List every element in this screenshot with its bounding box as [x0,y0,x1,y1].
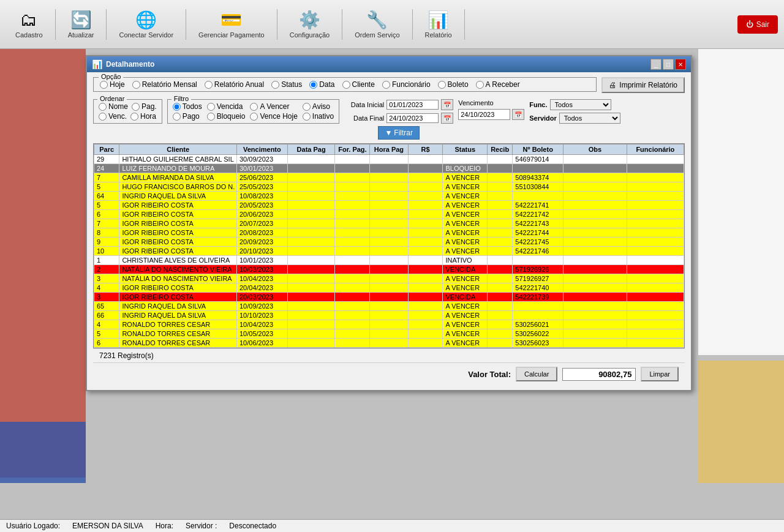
table-cell [564,320,627,329]
data-final-calendar[interactable]: 📅 [441,113,453,124]
opcao-status[interactable]: Status [271,80,302,89]
table-cell: IGOR RIBEIRO COSTA [119,247,237,256]
table-cell: 542221742 [513,210,564,219]
func-select[interactable]: Todos [550,99,611,110]
table-row[interactable]: 7IGOR RIBEIRO COSTA20/07/2023A VENCER542… [94,219,684,228]
toolbar-pagamento[interactable]: 💳 Gerenciar Pagamento [189,7,274,42]
table-cell: 4 [94,283,119,293]
calcular-button[interactable]: Calcular [516,367,557,381]
table-cell: 542221743 [513,219,564,228]
toolbar-ordem[interactable]: 🔧 Ordem Serviço [345,7,409,42]
table-cell [335,238,370,247]
filt-inativo[interactable]: Inativo [303,112,334,121]
ord-pag[interactable]: Pag. [132,102,157,111]
imprimir-button[interactable]: 🖨 Imprimir Relatório [601,77,685,93]
table-cell [335,329,370,339]
table-row[interactable]: 29HITHALO GUILHERME CABRAL SIL30/09/2023… [94,155,684,164]
table-row[interactable]: 65INGRID RAQUEL DA SILVA10/09/2023A VENC… [94,302,684,311]
table-cell [564,302,627,311]
conectar-icon: 🌐 [135,10,157,30]
sair-button[interactable]: ⏻ Sair [737,15,778,34]
table-row[interactable]: 8IGOR RIBEIRO COSTA20/08/2023A VENCER542… [94,228,684,238]
servidor-select[interactable]: Todos [559,113,620,124]
table-row[interactable]: 66INGRID RAQUEL DA SILVA10/10/2023A VENC… [94,311,684,320]
table-row[interactable]: 6RONALDO TORRES CESAR10/06/2023A VENCER5… [94,339,684,348]
filt-vencida[interactable]: Vencida [207,102,246,111]
opcao-hoje[interactable]: Hoje [100,80,125,89]
ord-nome[interactable]: Nome [99,102,128,111]
table-cell: VENCIDA [443,293,487,302]
table-cell [335,265,370,274]
table-cell: 571926926 [513,265,564,274]
data-table-container: Parc Cliente Vencimento Data Pag For. Pa… [93,143,685,348]
servidor-status-label: Servidor : [186,522,217,530]
filt-avencer[interactable]: A Vencer [250,102,297,111]
filt-pago[interactable]: Pago [173,112,202,121]
table-cell [564,256,627,265]
ord-venc[interactable]: Venc. [99,112,127,121]
table-row[interactable]: 6IGOR RIBEIRO COSTA20/06/2023A VENCER542… [94,210,684,219]
table-cell: 5 [94,182,119,192]
minimize-button[interactable]: _ [650,59,662,70]
table-row[interactable]: 2NATÁLIA DO NASCIMENTO VIEIRA10/03/2023V… [94,265,684,274]
opcao-boleto[interactable]: Boleto [438,80,469,89]
chart-icon: 📊 [92,59,102,69]
table-row[interactable]: 4RONALDO TORRES CESAR10/04/2023A VENCER5… [94,320,684,329]
table-row[interactable]: 3IGOR RIBEIRO COSTA20/03/2023VENCIDA5422… [94,293,684,302]
table-row[interactable]: 3NATÁLIA DO NASCIMENTO VIEIRA10/04/2023A… [94,274,684,283]
toolbar-relatorio[interactable]: 📊 Relatório [416,7,461,42]
vencimento-input[interactable] [458,109,510,120]
table-cell [370,201,408,210]
vencimento-calendar[interactable]: 📅 [512,109,524,120]
table-scroll[interactable]: Parc Cliente Vencimento Data Pag For. Pa… [94,144,684,348]
pagamento-label: Gerenciar Pagamento [198,31,265,39]
table-row[interactable]: 4IGOR RIBEIRO COSTA20/04/2023A VENCER542… [94,283,684,293]
table-row[interactable]: 5HUGO FRANCISCO BARROS DO N.25/05/2023A … [94,182,684,192]
data-final-input[interactable] [386,113,439,123]
table-cell [627,201,684,210]
table-cell: 508943374 [513,173,564,182]
table-cell [487,256,512,265]
toolbar-conectar[interactable]: 🌐 Conectar Servidor [110,7,183,42]
table-cell [287,320,335,329]
table-row[interactable]: 7CAMILLA MIRANDA DA SILVA25/06/2023A VEN… [94,173,684,182]
table-cell [335,228,370,238]
table-cell [627,192,684,201]
filtrar-button[interactable]: ▼ Filtrar [378,126,420,140]
table-row[interactable]: 5IGOR RIBEIRO COSTA20/05/2023A VENCER542… [94,201,684,210]
table-row[interactable]: 1CHRISTIANE ALVES DE OLIVEIRA10/01/2023I… [94,256,684,265]
table-cell: 542221745 [513,238,564,247]
opcao-anual[interactable]: Relatório Anual [205,80,264,89]
data-inicial-input[interactable] [386,100,439,110]
toolbar-atualizar[interactable]: 🔄 Atualizar [59,7,104,42]
filt-bloqueio[interactable]: Bloqueio [207,112,246,121]
table-row[interactable]: 24LUIZ FERNANDO DE MOURA30/01/2023BLOQUE… [94,164,684,173]
maximize-button[interactable]: □ [663,59,674,70]
opcao-mensal[interactable]: Relatório Mensal [132,80,197,89]
opcao-data[interactable]: Data [309,80,334,89]
table-row[interactable]: 10IGOR RIBEIRO COSTA20/10/2023A VENCER54… [94,247,684,256]
ord-hora[interactable]: Hora [130,112,156,121]
table-cell: 530256021 [513,320,564,329]
table-row[interactable]: 64INGRID RAQUEL DA SILVA10/08/2023A VENC… [94,192,684,201]
table-cell: INGRID RAQUEL DA SILVA [119,302,237,311]
table-cell [487,219,512,228]
sep5 [342,9,342,40]
table-cell: 542221740 [513,283,564,293]
opcao-label: Opção [99,73,123,80]
opcao-areceber[interactable]: A Receber [476,80,520,89]
data-inicial-calendar[interactable]: 📅 [441,99,453,110]
table-cell: 24 [94,164,119,173]
toolbar-cadastro[interactable]: 🗂 Cadastro [6,7,52,42]
table-row[interactable]: 9IGOR RIBEIRO COSTA20/09/2023A VENCER542… [94,238,684,247]
filt-vencehoje[interactable]: Vence Hoje [250,112,297,121]
toolbar-configuracao[interactable]: ⚙️ Configuração [281,7,339,42]
limpar-button[interactable]: Limpar [641,367,679,381]
opcao-cliente[interactable]: Cliente [342,80,375,89]
opcao-funcionario[interactable]: Funcionário [382,80,431,89]
close-button[interactable]: ✕ [675,59,686,70]
filt-aviso[interactable]: Aviso [303,102,334,111]
filt-todos[interactable]: Todos [173,102,202,111]
table-row[interactable]: 5RONALDO TORRES CESAR10/05/2023A VENCER5… [94,329,684,339]
th-vencimento: Vencimento [236,144,287,155]
